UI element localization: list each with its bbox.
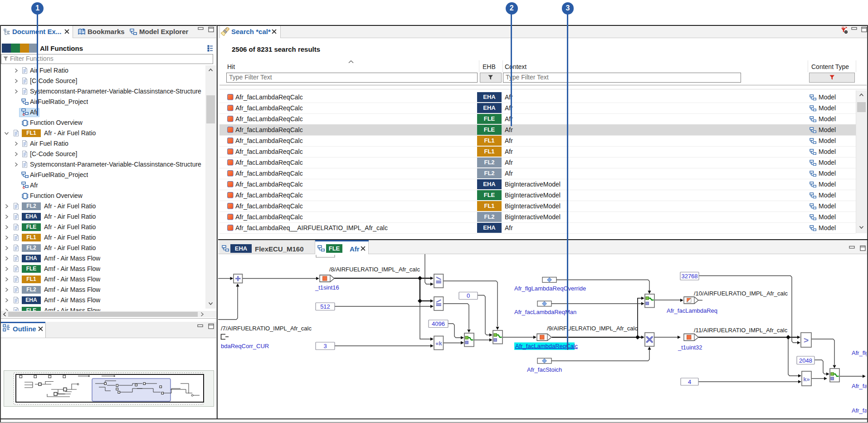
svg-text:Afr_facLambdaReqCalc: Afr_facLambdaReqCalc bbox=[515, 343, 578, 349]
svg-text:Afr_flgLambdaReqOverride: Afr_flgLambdaReqOverride bbox=[514, 285, 586, 292]
svg-text:_t1uint32: _t1uint32 bbox=[678, 344, 702, 351]
svg-text:_t1sint16: _t1sint16 bbox=[315, 284, 339, 291]
svg-text:/9/AIRFUELRATIO_IMPL_Afr_calc: /9/AIRFUELRATIO_IMPL_Afr_calc bbox=[547, 325, 638, 332]
svg-text:32768: 32768 bbox=[681, 273, 697, 280]
svg-text:0: 0 bbox=[467, 292, 470, 299]
svg-text:>: > bbox=[804, 335, 809, 345]
svg-text:/8/AIRFUELRATIO_IMPL_Afr_calc: /8/AIRFUELRATIO_IMPL_Afr_calc bbox=[329, 266, 420, 273]
svg-text:bdaReqCorr_CUR: bdaReqCorr_CUR bbox=[221, 343, 269, 349]
svg-text:/7/AIRFUELRATIO_IMPL_Afr_calc: /7/AIRFUELRATIO_IMPL_Afr_calc bbox=[221, 325, 312, 332]
svg-text:3: 3 bbox=[323, 343, 327, 349]
svg-text:4: 4 bbox=[688, 379, 691, 385]
svg-text:4096: 4096 bbox=[432, 320, 445, 327]
svg-text:2048: 2048 bbox=[799, 357, 812, 364]
svg-text:512: 512 bbox=[320, 303, 330, 310]
svg-text:Afr_flgLam: Afr_flgLam bbox=[852, 349, 867, 356]
svg-text:k»: k» bbox=[803, 376, 809, 383]
svg-text:Afr_facLa: Afr_facLa bbox=[852, 383, 867, 389]
svg-text:Afr_facStoich: Afr_facStoich bbox=[527, 366, 562, 373]
svg-text:/10/AIRFUELRATIO_IMPL_Afr_calc: /10/AIRFUELRATIO_IMPL_Afr_calc bbox=[694, 290, 788, 297]
svg-text:Afr_facL: Afr_facL bbox=[852, 407, 867, 414]
svg-text:«k: «k bbox=[435, 340, 442, 347]
svg-text:/11/AIRFUELRATIO_IMPL_Afr_calc: /11/AIRFUELRATIO_IMPL_Afr_calc bbox=[694, 327, 788, 334]
svg-text:Afr_facLambdaReq: Afr_facLambdaReq bbox=[667, 307, 717, 314]
